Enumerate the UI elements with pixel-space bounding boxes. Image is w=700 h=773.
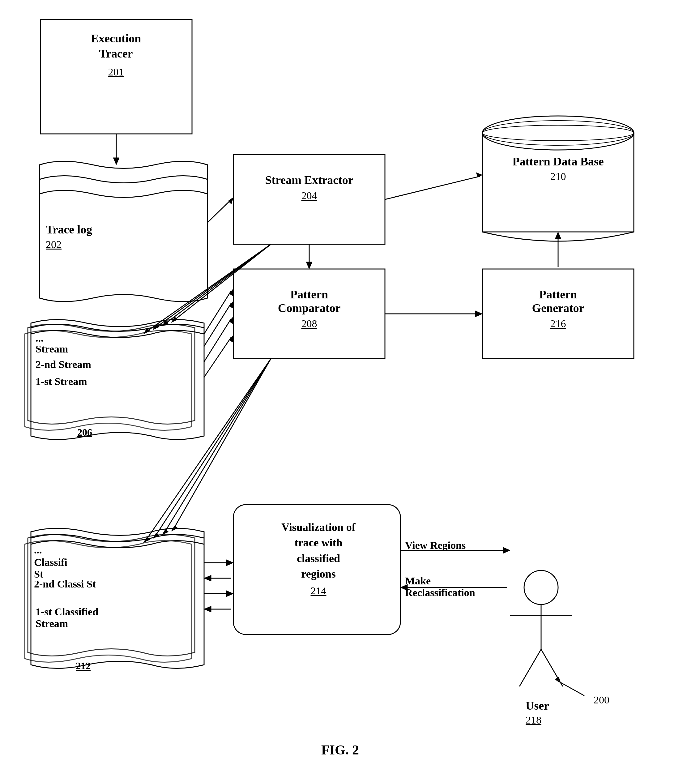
svg-line-37 [173, 359, 271, 530]
classified-1st-label: 1-st ClassifiedStream [36, 606, 98, 630]
svg-marker-24 [229, 335, 233, 342]
svg-marker-52 [204, 606, 211, 612]
svg-marker-63 [555, 677, 560, 681]
svg-line-43 [145, 359, 271, 541]
svg-marker-20 [229, 301, 233, 308]
user-label: User [526, 699, 549, 712]
svg-marker-46 [226, 560, 233, 566]
svg-marker-40 [162, 530, 169, 535]
svg-marker-16 [476, 173, 482, 177]
svg-marker-28 [162, 321, 169, 326]
svg-rect-5 [482, 133, 634, 232]
svg-marker-48 [204, 575, 211, 581]
visualization-label: Visualization oftrace withclassifiedregi… [238, 520, 399, 597]
pattern-generator-label: Pattern Generator 216 [487, 288, 629, 330]
svg-line-11 [207, 199, 231, 223]
figure-caption: FIG. 2 [278, 742, 402, 758]
svg-line-15 [385, 176, 480, 199]
svg-line-17 [204, 291, 231, 334]
svg-line-41 [154, 359, 271, 537]
svg-marker-12 [228, 197, 233, 204]
pattern-database-label: Pattern Data Base 210 [485, 155, 631, 183]
classified-2nd-label: 2-nd Classi St [34, 578, 96, 590]
user-arrow-label: 200 [594, 694, 610, 706]
svg-marker-36 [555, 232, 561, 239]
streams-id-label: 206 [77, 427, 92, 438]
svg-marker-26 [171, 317, 178, 322]
svg-marker-42 [153, 533, 159, 539]
classified-classifi-label: ClassifiSt [34, 557, 67, 580]
svg-point-7 [482, 120, 634, 145]
user-id-label: 218 [526, 714, 541, 726]
streams-dots-label: ... [36, 332, 44, 344]
svg-point-57 [524, 571, 558, 605]
svg-marker-34 [475, 311, 482, 317]
classified-dots-label: ... [34, 544, 42, 556]
svg-line-61 [541, 649, 563, 686]
svg-point-8 [482, 125, 634, 141]
streams-2nd-label: 2-nd Stream [36, 359, 91, 370]
trace-log-label: Trace log 202 [46, 223, 169, 250]
classified-id-label: 212 [76, 660, 90, 672]
svg-marker-30 [153, 324, 159, 330]
svg-point-6 [482, 116, 634, 150]
streams-stream-label: Stream [36, 343, 68, 355]
execution-tracer-label: Execution Tracer 201 [45, 31, 187, 78]
view-regions-label: View Regions [405, 539, 466, 551]
svg-marker-50 [226, 590, 233, 597]
svg-marker-38 [171, 526, 178, 531]
make-reclassification-label: MakeReclassification [405, 575, 475, 599]
stream-extractor-label: Stream Extractor 204 [238, 173, 380, 202]
svg-line-23 [204, 337, 231, 377]
arrows-svg [0, 0, 700, 773]
svg-marker-54 [503, 547, 510, 553]
streams-1st-label: 1-st Stream [36, 376, 87, 387]
svg-line-60 [519, 649, 541, 686]
svg-marker-44 [143, 537, 150, 543]
svg-line-21 [204, 319, 231, 362]
svg-line-62 [557, 680, 584, 696]
svg-marker-22 [229, 316, 233, 324]
svg-marker-32 [143, 328, 150, 334]
svg-marker-18 [229, 288, 233, 296]
svg-marker-14 [306, 262, 312, 269]
svg-line-39 [164, 359, 271, 533]
svg-line-19 [204, 303, 231, 346]
pattern-comparator-label: Pattern Comparator 208 [238, 288, 380, 330]
svg-marker-10 [113, 158, 119, 165]
diagram: Execution Tracer 201 Trace log 202 Strea… [0, 0, 700, 773]
